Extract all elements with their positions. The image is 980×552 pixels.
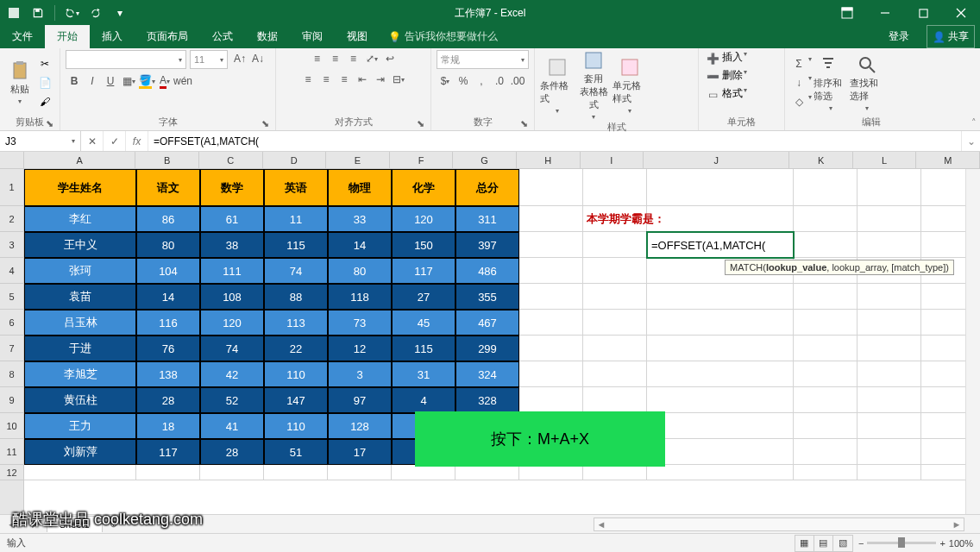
- dialog-launcher-icon[interactable]: ⬊: [44, 118, 54, 129]
- grid-area: 123456789101112 ABCDEFGHIJKLM 学生姓名语文数学英语…: [0, 152, 980, 533]
- number-format-combo[interactable]: 常规▾: [437, 50, 529, 69]
- align-center[interactable]: ≡: [317, 71, 335, 88]
- minimize-button[interactable]: [866, 0, 904, 26]
- sort-filter[interactable]: 排序和筛选▾: [814, 54, 848, 112]
- view-normal[interactable]: ▦: [795, 536, 814, 551]
- share-button[interactable]: 👤共享: [927, 25, 975, 48]
- bulb-icon: 💡: [388, 31, 401, 43]
- svg-rect-12: [622, 60, 638, 75]
- undo-button[interactable]: ▾: [61, 3, 82, 23]
- row-headers[interactable]: 123456789101112: [0, 152, 24, 533]
- cells-label: 单元格: [727, 116, 756, 127]
- dialog-launcher-icon[interactable]: ⬊: [260, 118, 270, 129]
- copy-button[interactable]: 📄: [35, 74, 54, 91]
- align-top[interactable]: ≡: [309, 50, 326, 67]
- svg-rect-11: [586, 53, 601, 68]
- cell-styles[interactable]: 单元格样式▾: [612, 57, 647, 115]
- fill[interactable]: ↓▾: [790, 74, 812, 91]
- align-bottom[interactable]: ≡: [345, 50, 362, 67]
- cond-format[interactable]: 条件格式▾: [540, 57, 575, 115]
- tab-formulas[interactable]: 公式: [200, 25, 245, 48]
- tab-home[interactable]: 开始: [45, 25, 90, 48]
- paste-button[interactable]: 粘贴▾: [5, 60, 34, 105]
- decrease-indent[interactable]: ⇤: [354, 71, 371, 88]
- share-icon: 👤: [933, 31, 945, 43]
- svg-rect-10: [550, 60, 565, 75]
- name-box[interactable]: J3▾: [0, 131, 81, 151]
- orientation[interactable]: ⤢▾: [363, 50, 380, 67]
- cells-delete[interactable]: ➖删除▾: [704, 68, 779, 85]
- maximize-button[interactable]: [904, 0, 942, 26]
- zoom-out[interactable]: −: [858, 538, 864, 549]
- tab-data[interactable]: 数据: [245, 25, 290, 48]
- inc-decimal[interactable]: .0: [491, 72, 508, 90]
- tab-view[interactable]: 视图: [335, 25, 380, 48]
- font-name-combo[interactable]: ▾: [66, 50, 186, 69]
- merge-center[interactable]: ⊟▾: [390, 71, 407, 88]
- dialog-launcher-icon[interactable]: ⬊: [518, 118, 529, 129]
- font-size-combo[interactable]: 11▾: [190, 50, 228, 69]
- wrap-text[interactable]: ↩: [381, 50, 399, 67]
- zoom-in[interactable]: +: [939, 538, 945, 549]
- table-format[interactable]: 套用 表格格式▾: [576, 50, 611, 121]
- underline-button[interactable]: U: [102, 72, 119, 90]
- increase-indent[interactable]: ⇥: [372, 71, 389, 88]
- dialog-launcher-icon[interactable]: ⬊: [415, 118, 425, 129]
- tab-insert[interactable]: 插入: [90, 25, 135, 48]
- horizontal-scrollbar[interactable]: ◄►: [594, 518, 964, 531]
- dec-decimal[interactable]: .00: [509, 72, 526, 90]
- tell-me[interactable]: 💡告诉我你想要做什么: [380, 25, 506, 48]
- svg-rect-5: [919, 9, 927, 16]
- fill-color-button[interactable]: 🪣▾: [138, 72, 155, 90]
- cancel-formula[interactable]: ✕: [81, 131, 104, 151]
- increase-font[interactable]: A↑: [231, 50, 248, 67]
- cells-format[interactable]: ▭格式▾: [704, 86, 779, 104]
- tab-layout[interactable]: 页面布局: [135, 25, 200, 48]
- svg-rect-0: [9, 8, 19, 18]
- editing-label: 编辑: [862, 116, 881, 127]
- phonetic-button[interactable]: wén: [174, 72, 192, 90]
- ribbon-options-button[interactable]: [828, 0, 866, 26]
- border-button[interactable]: ▦▾: [120, 72, 137, 90]
- save-button[interactable]: [28, 3, 48, 23]
- tab-review[interactable]: 审阅: [290, 25, 335, 48]
- title-bar: ▾ ▾ 工作簿7 - Excel: [0, 0, 980, 26]
- zoom-slider[interactable]: [867, 542, 936, 544]
- font-color-button[interactable]: A▾: [156, 72, 173, 90]
- login-link[interactable]: 登录: [876, 25, 921, 48]
- enter-formula[interactable]: ✓: [104, 131, 126, 151]
- styles-label: 样式: [607, 122, 626, 132]
- insert-function[interactable]: fx: [126, 131, 148, 151]
- cells-insert[interactable]: ➕插入▾: [704, 50, 779, 67]
- expand-formula-bar[interactable]: ⌄: [961, 131, 980, 151]
- autosum[interactable]: Σ▾: [790, 55, 812, 72]
- cut-button[interactable]: ✂: [35, 55, 54, 72]
- close-button[interactable]: [942, 0, 980, 26]
- align-middle[interactable]: ≡: [327, 50, 344, 67]
- format-painter[interactable]: 🖌: [35, 93, 54, 110]
- decrease-font[interactable]: A↓: [249, 50, 267, 67]
- tab-file[interactable]: 文件: [0, 25, 45, 48]
- percent-button[interactable]: %: [455, 72, 472, 90]
- window-title: 工作簿7 - Excel: [455, 6, 526, 21]
- column-headers[interactable]: ABCDEFGHIJKLM: [24, 152, 980, 169]
- label-top-student: 本学期学霸是：: [583, 206, 647, 232]
- qat-customize[interactable]: ▾: [110, 3, 130, 23]
- align-left[interactable]: ≡: [299, 71, 317, 88]
- vertical-scrollbar[interactable]: [965, 169, 980, 514]
- collapse-ribbon[interactable]: ˄: [971, 117, 977, 129]
- italic-button[interactable]: I: [84, 72, 101, 90]
- bold-button[interactable]: B: [66, 72, 83, 90]
- svg-rect-9: [16, 61, 23, 65]
- redo-button[interactable]: [85, 3, 106, 23]
- view-pagebreak[interactable]: ▧: [833, 536, 852, 551]
- zoom-level[interactable]: 100%: [949, 538, 973, 549]
- svg-line-14: [870, 67, 875, 72]
- align-right[interactable]: ≡: [336, 71, 353, 88]
- currency-button[interactable]: $▾: [437, 72, 454, 90]
- find-select[interactable]: 查找和选择▾: [850, 54, 884, 112]
- clear[interactable]: ◇▾: [790, 93, 812, 110]
- view-layout[interactable]: ▤: [814, 536, 833, 551]
- watermark: 酷课堂出品 coolketang.com: [12, 509, 203, 530]
- comma-button[interactable]: ,: [473, 72, 490, 90]
